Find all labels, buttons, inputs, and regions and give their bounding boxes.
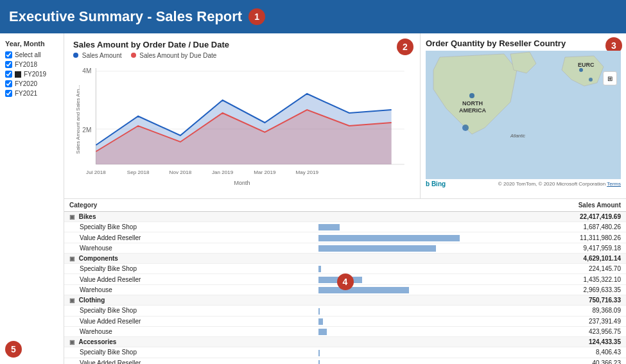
sub-label: Value Added Reseller (64, 358, 313, 364)
bar (318, 360, 320, 364)
fy2018-checkbox[interactable] (5, 61, 12, 68)
bar-cell (313, 222, 465, 232)
map-footer: b Bing © 2020 TomTom, © 2020 Microsoft C… (426, 180, 621, 187)
top-area: Sales Amount by Order Date / Due Date Sa… (64, 33, 626, 199)
svg-text:Atlantic: Atlantic (510, 134, 525, 138)
select-all-checkbox[interactable] (5, 51, 12, 58)
filter-fy2019[interactable]: FY2019 (5, 71, 58, 78)
amount-cell: 423,956.75 (465, 326, 626, 336)
svg-point-19 (589, 78, 593, 82)
sub-label: Specialty Bike Shop (64, 347, 313, 358)
svg-text:EURC: EURC (578, 62, 595, 68)
fy2019-checkbox[interactable] (5, 71, 12, 78)
sub-label: Warehouse (64, 326, 313, 336)
filter-fy2020[interactable]: FY2020 (5, 80, 58, 87)
bar (318, 266, 321, 272)
bar (318, 350, 320, 356)
header: Executive Summary - Sales Report 1 (0, 0, 626, 33)
svg-point-17 (462, 125, 469, 131)
fy2021-label: FY2021 (15, 90, 37, 97)
bar (318, 245, 436, 252)
sidebar-title: Year, Month (5, 40, 58, 48)
amount-cell: 9,417,959.18 (465, 243, 626, 253)
svg-text:Sales Amount and Sales Am...: Sales Amount and Sales Am... (75, 85, 81, 153)
svg-text:Jan 2019: Jan 2019 (212, 169, 234, 175)
table-row: Warehouse 9,417,959.18 (64, 243, 626, 253)
legend-sales-amount: Sales Amount (73, 52, 122, 59)
category-label: ▣ Accessories (64, 337, 313, 347)
sub-label: Specialty Bike Shop (64, 264, 313, 274)
sales-table: Category Sales Amount ▣ Bikes 22,417,419… (64, 199, 626, 364)
expand-icon[interactable]: ▣ (69, 297, 75, 304)
map-icon[interactable]: ⊞ (603, 71, 617, 85)
bottom-area: 4 Category Sales Amount ▣ Bikes (64, 199, 626, 364)
svg-marker-14 (510, 52, 536, 73)
col-bar (313, 199, 465, 212)
table-row: Specialty Bike Shop 89,368.09 (64, 306, 626, 316)
svg-marker-13 (433, 54, 517, 134)
svg-text:May 2019: May 2019 (295, 169, 318, 175)
x-axis-label: Month (73, 180, 411, 186)
bar-cell (313, 358, 465, 364)
sub-label: Warehouse (64, 243, 313, 253)
svg-text:4M: 4M (82, 67, 91, 74)
table-body: ▣ Bikes 22,417,419.69 Specialty Bike Sho… (64, 212, 626, 365)
filter-fy2021[interactable]: FY2021 (5, 90, 58, 97)
bar-cell (313, 347, 465, 358)
filter-select-all[interactable]: Select all (5, 51, 58, 58)
map-title: Order Quantity by Reseller Country (426, 39, 621, 48)
sub-label: Value Added Reseller (64, 232, 313, 243)
amount-cell: 237,391.49 (465, 316, 626, 326)
bar-cell (313, 326, 465, 336)
table-panel[interactable]: Category Sales Amount ▣ Bikes 22,417,419… (64, 199, 626, 364)
map-svg: NORTH AMERICA EURC Atlantic (426, 51, 621, 179)
svg-text:AMERICA: AMERICA (459, 107, 486, 114)
table-row: ▣ Clothing 750,716.33 (64, 295, 626, 306)
bar-cell (313, 243, 465, 253)
svg-text:2M: 2M (82, 126, 91, 134)
table-row: Specialty Bike Shop 224,145.70 (64, 264, 626, 274)
table-row: Value Added Reseller 40,366.23 (64, 358, 626, 364)
amount-cell: 750,716.33 (465, 295, 626, 306)
table-row: ▣ Accessories 124,433.35 (64, 337, 626, 347)
table-header-row: Category Sales Amount (64, 199, 626, 212)
sub-label: Warehouse (64, 284, 313, 295)
badge-1: 1 (248, 8, 265, 25)
fy2019-swatch (15, 71, 21, 78)
bar-cell (313, 254, 465, 264)
legend-due-date: Sales Amount by Due Date (131, 52, 217, 59)
sub-label: Specialty Bike Shop (64, 222, 313, 232)
svg-text:Sep 2018: Sep 2018 (127, 169, 150, 175)
col-category[interactable]: Category (64, 199, 313, 212)
bar (318, 277, 362, 283)
main-content: Year, Month Select all FY2018 FY2019 FY2… (0, 33, 626, 364)
amount-cell: 2,969,633.35 (465, 284, 626, 295)
amount-cell: 11,311,980.26 (465, 232, 626, 243)
table-row: Specialty Bike Shop 1,687,480.26 (64, 222, 626, 232)
amount-cell: 1,687,480.26 (465, 222, 626, 232)
bar-cell (313, 212, 465, 222)
filter-fy2018[interactable]: FY2018 (5, 61, 58, 68)
fy2018-label: FY2018 (15, 61, 37, 68)
bar (318, 224, 340, 230)
svg-text:Jul 2018: Jul 2018 (86, 169, 106, 175)
col-amount[interactable]: Sales Amount (465, 199, 626, 212)
map-container[interactable]: NORTH AMERICA EURC Atlantic ⊞ (426, 51, 621, 179)
badge-2: 2 (397, 39, 413, 55)
table-row: Specialty Bike Shop 8,406.43 (64, 347, 626, 358)
amount-cell: 22,417,419.69 (465, 212, 626, 222)
sidebar: Year, Month Select all FY2018 FY2019 FY2… (0, 33, 64, 364)
bing-logo: b Bing (426, 180, 446, 187)
expand-icon[interactable]: ▣ (69, 339, 75, 345)
expand-icon[interactable]: ▣ (69, 214, 75, 220)
fy2020-checkbox[interactable] (5, 80, 12, 87)
table-row: ▣ Components 4,629,101.14 (64, 254, 626, 264)
bar-cell (313, 337, 465, 347)
bar (318, 318, 323, 325)
expand-icon[interactable]: ▣ (69, 256, 75, 262)
fy2021-checkbox[interactable] (5, 90, 12, 97)
bar (318, 287, 409, 293)
fy2020-label: FY2020 (15, 80, 37, 87)
amount-cell: 89,368.09 (465, 306, 626, 316)
table-row: Value Added Reseller 11,311,980.26 (64, 232, 626, 243)
